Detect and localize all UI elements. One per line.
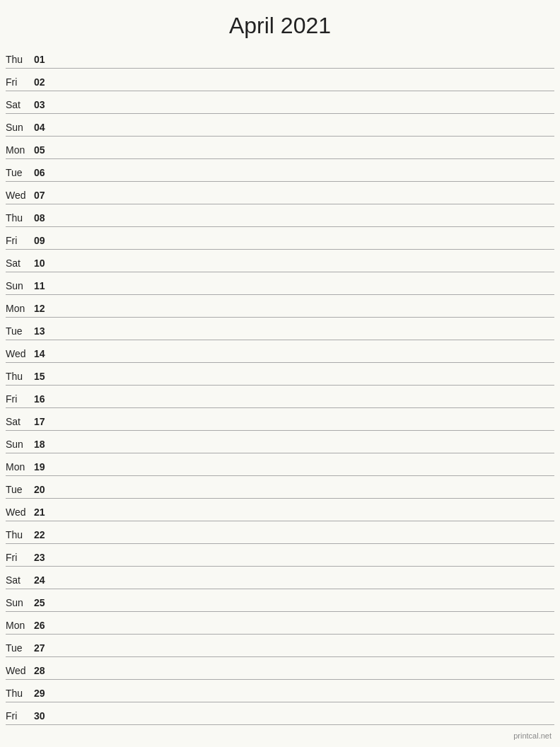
day-row: Thu08 bbox=[6, 204, 554, 227]
day-name: Wed bbox=[6, 506, 34, 521]
day-name: Sun bbox=[6, 280, 34, 294]
day-name: Sat bbox=[6, 574, 34, 589]
day-name: Fri bbox=[6, 393, 34, 407]
day-row: Thu29 bbox=[6, 680, 554, 702]
day-name: Fri bbox=[6, 710, 34, 724]
day-number: 27 bbox=[34, 642, 55, 656]
day-name: Mon bbox=[6, 303, 34, 317]
day-number: 03 bbox=[34, 99, 55, 113]
day-number: 10 bbox=[34, 257, 55, 272]
day-name: Thu bbox=[6, 54, 34, 68]
day-number: 19 bbox=[34, 461, 55, 475]
calendar-rows: Thu01Fri02Sat03Sun04Mon05Tue06Wed07Thu08… bbox=[0, 46, 560, 725]
day-number: 24 bbox=[34, 574, 55, 589]
day-row: Mon26 bbox=[6, 612, 554, 635]
watermark: printcal.net bbox=[513, 731, 552, 740]
day-name: Sat bbox=[6, 257, 34, 272]
day-name: Mon bbox=[6, 144, 34, 158]
day-row: Sat17 bbox=[6, 408, 554, 431]
day-number: 08 bbox=[34, 212, 55, 226]
day-number: 06 bbox=[34, 167, 55, 181]
day-name: Sat bbox=[6, 416, 34, 430]
day-row: Sun04 bbox=[6, 114, 554, 137]
day-row: Sat03 bbox=[6, 91, 554, 114]
day-number: 26 bbox=[34, 620, 55, 634]
day-number: 25 bbox=[34, 597, 55, 611]
day-number: 29 bbox=[34, 688, 55, 702]
day-row: Wed07 bbox=[6, 182, 554, 204]
page-title: April 2021 bbox=[0, 0, 560, 46]
day-row: Tue13 bbox=[6, 318, 554, 340]
day-name: Fri bbox=[6, 552, 34, 566]
day-row: Fri16 bbox=[6, 386, 554, 408]
day-row: Tue20 bbox=[6, 476, 554, 499]
day-row: Sun11 bbox=[6, 272, 554, 295]
day-name: Sun bbox=[6, 122, 34, 136]
day-number: 30 bbox=[34, 710, 55, 724]
day-name: Sat bbox=[6, 99, 34, 113]
day-name: Tue bbox=[6, 167, 34, 181]
day-number: 13 bbox=[34, 325, 55, 340]
day-number: 21 bbox=[34, 506, 55, 521]
day-name: Mon bbox=[6, 461, 34, 475]
day-number: 20 bbox=[34, 484, 55, 498]
day-row: Mon12 bbox=[6, 295, 554, 318]
day-name: Wed bbox=[6, 348, 34, 362]
day-row: Fri09 bbox=[6, 227, 554, 250]
day-number: 01 bbox=[34, 54, 55, 68]
day-name: Thu bbox=[6, 371, 34, 385]
day-row: Mon19 bbox=[6, 453, 554, 476]
day-name: Tue bbox=[6, 642, 34, 656]
day-number: 17 bbox=[34, 416, 55, 430]
day-number: 18 bbox=[34, 439, 55, 453]
day-name: Thu bbox=[6, 212, 34, 226]
day-name: Sun bbox=[6, 439, 34, 453]
day-row: Thu22 bbox=[6, 521, 554, 544]
day-number: 05 bbox=[34, 144, 55, 158]
day-name: Sun bbox=[6, 597, 34, 611]
day-number: 22 bbox=[34, 529, 55, 543]
day-row: Sat10 bbox=[6, 250, 554, 272]
day-name: Tue bbox=[6, 325, 34, 340]
day-row: Mon05 bbox=[6, 137, 554, 159]
day-row: Tue06 bbox=[6, 159, 554, 182]
day-number: 15 bbox=[34, 371, 55, 385]
day-number: 07 bbox=[34, 190, 55, 204]
day-name: Mon bbox=[6, 620, 34, 634]
day-row: Sat24 bbox=[6, 567, 554, 589]
day-row: Tue27 bbox=[6, 635, 554, 657]
day-number: 12 bbox=[34, 303, 55, 317]
day-name: Wed bbox=[6, 665, 34, 679]
day-row: Fri30 bbox=[6, 702, 554, 725]
day-row: Thu01 bbox=[6, 46, 554, 69]
day-number: 28 bbox=[34, 665, 55, 679]
day-number: 04 bbox=[34, 122, 55, 136]
day-number: 11 bbox=[34, 280, 55, 294]
day-name: Fri bbox=[6, 235, 34, 249]
day-row: Sun25 bbox=[6, 589, 554, 612]
day-name: Thu bbox=[6, 688, 34, 702]
day-name: Wed bbox=[6, 190, 34, 204]
day-row: Wed28 bbox=[6, 657, 554, 680]
day-name: Thu bbox=[6, 529, 34, 543]
day-row: Thu15 bbox=[6, 363, 554, 386]
day-row: Fri23 bbox=[6, 544, 554, 567]
day-name: Fri bbox=[6, 76, 34, 91]
day-number: 02 bbox=[34, 76, 55, 91]
day-number: 23 bbox=[34, 552, 55, 566]
day-row: Wed14 bbox=[6, 340, 554, 363]
day-row: Fri02 bbox=[6, 69, 554, 91]
day-row: Wed21 bbox=[6, 499, 554, 521]
day-number: 16 bbox=[34, 393, 55, 407]
day-number: 09 bbox=[34, 235, 55, 249]
day-name: Tue bbox=[6, 484, 34, 498]
day-row: Sun18 bbox=[6, 431, 554, 453]
day-number: 14 bbox=[34, 348, 55, 362]
